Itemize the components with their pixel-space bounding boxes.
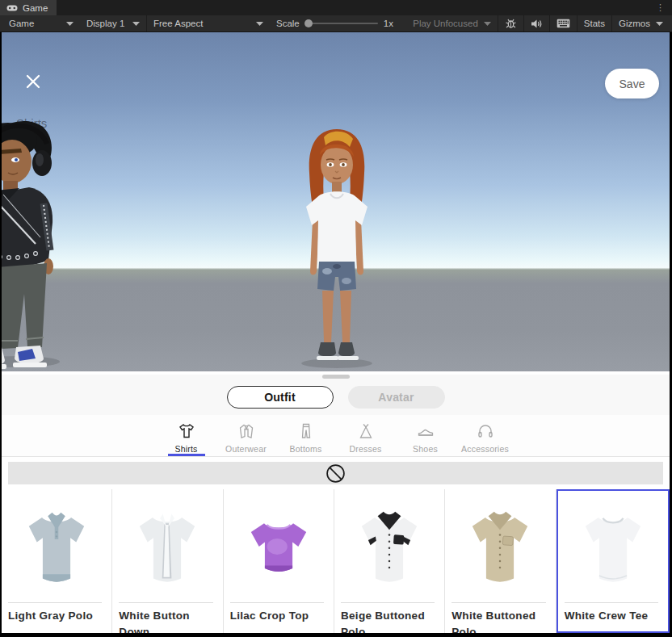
display-dropdown[interactable]: Display 1 — [80, 15, 146, 31]
game-view-toolbar: Game Display 1 Free Aspect Scale 1x Play… — [0, 15, 672, 32]
category-tab-dresses[interactable]: Dresses — [339, 421, 393, 456]
category-tab-bottoms[interactable]: Bottoms — [279, 421, 333, 456]
item-label: White Button Down — [112, 603, 222, 633]
mute-audio-button[interactable] — [524, 15, 549, 31]
pants-icon — [296, 421, 316, 441]
item-label: White Buttoned Polo — [445, 603, 555, 633]
stats-button[interactable]: Stats — [578, 15, 611, 31]
item-label: Light Gray Polo — [2, 603, 111, 624]
item-card-white-buttoned-polo[interactable]: White Buttoned Polo — [445, 489, 556, 633]
buttoned-polo-graphic — [346, 498, 433, 595]
item-label: White Crew Tee — [558, 603, 668, 624]
item-card-lilac-crop-top[interactable]: Lilac Crop Top — [224, 489, 334, 633]
avatar-boy-left — [2, 119, 69, 371]
color-swatch-area — [2, 457, 670, 489]
debug-bug-button[interactable] — [498, 15, 523, 31]
color-swatch-bar — [8, 462, 663, 484]
chevron-down-icon — [66, 22, 74, 26]
mode-tabs: Outfit Avatar — [2, 379, 670, 415]
chevron-down-icon — [656, 22, 663, 26]
editor-tab-bar: Game ⋮ — [0, 0, 672, 15]
button-down-shirt-graphic — [124, 498, 211, 595]
gizmos-dropdown[interactable]: Gizmos — [612, 15, 670, 31]
bug-icon — [505, 18, 517, 29]
close-button[interactable] — [23, 72, 43, 91]
play-unfocused-dropdown[interactable]: Play Unfocused — [406, 15, 498, 31]
close-icon — [25, 73, 41, 90]
scale-label: Scale — [276, 19, 300, 28]
toolbar-right-group: Play Unfocused — [406, 15, 670, 31]
kebab-icon: ⋮ — [656, 2, 665, 13]
headphones-icon — [476, 421, 495, 441]
item-image — [445, 491, 555, 602]
category-tabs: Shirts Outerwear Bottoms — [2, 415, 670, 457]
item-image — [2, 491, 111, 602]
category-tab-accessories[interactable]: Accessories — [459, 421, 512, 456]
save-button[interactable]: Save — [605, 69, 659, 98]
game-view-content: Shirts — [0, 32, 672, 633]
prohibition-icon — [326, 463, 346, 484]
dress-icon — [356, 421, 376, 441]
scale-slider[interactable] — [305, 23, 378, 24]
item-card-beige-buttoned-polo[interactable]: Beige Buttoned Polo — [334, 489, 445, 633]
item-image — [112, 491, 222, 602]
category-tab-shirts[interactable]: Shirts — [160, 421, 213, 456]
speaker-icon — [531, 19, 543, 29]
keyboard-shortcuts-button[interactable] — [550, 15, 577, 31]
chevron-down-icon — [132, 22, 140, 26]
avatar-3d-viewport[interactable]: Shirts — [2, 32, 670, 371]
item-image — [334, 491, 444, 602]
crew-tee-graphic — [569, 498, 657, 595]
polo-shirt-graphic — [13, 498, 100, 595]
game-dropdown[interactable]: Game — [2, 15, 80, 31]
chevron-down-icon — [484, 22, 491, 26]
no-color-swatch[interactable] — [326, 463, 346, 484]
clothing-item-grid: Light Gray Polo White Button — [2, 489, 670, 633]
item-card-white-crew-tee[interactable]: White Crew Tee — [556, 489, 670, 633]
avatar-girl-center — [272, 123, 401, 370]
tab-game-label: Game — [23, 3, 48, 13]
chevron-down-icon — [256, 22, 263, 26]
keyboard-icon — [556, 19, 570, 28]
item-card-white-button-down[interactable]: White Button Down — [112, 489, 223, 633]
item-label: Lilac Crop Top — [224, 603, 334, 624]
item-image — [558, 491, 668, 602]
item-card-light-gray-polo[interactable]: Light Gray Polo — [2, 489, 112, 633]
item-label: Beige Buttoned Polo — [334, 603, 444, 633]
category-tab-shoes[interactable]: Shoes — [399, 421, 452, 456]
customization-sheet: Outfit Avatar Shirts — [2, 375, 670, 633]
category-tab-outerwear[interactable]: Outerwear — [220, 421, 273, 456]
gamepad-icon — [6, 4, 18, 12]
item-image — [224, 491, 334, 602]
scale-slider-knob[interactable] — [304, 19, 313, 27]
shoe-icon — [416, 421, 435, 441]
aspect-ratio-dropdown[interactable]: Free Aspect — [147, 15, 270, 31]
tab-outfit[interactable]: Outfit — [227, 386, 334, 409]
scale-slider-group: Scale 1x — [270, 15, 400, 31]
unity-game-window: Game ⋮ Game Display 1 Free Aspect Scale … — [0, 0, 672, 637]
tab-avatar[interactable]: Avatar — [348, 386, 445, 409]
scale-value: 1x — [384, 19, 393, 28]
window-menu-button[interactable]: ⋮ — [649, 0, 672, 15]
buttoned-polo-graphic — [456, 498, 544, 595]
crop-top-graphic — [235, 498, 322, 595]
jacket-icon — [237, 421, 256, 441]
tab-game[interactable]: Game — [0, 0, 57, 15]
tshirt-icon — [177, 421, 196, 441]
